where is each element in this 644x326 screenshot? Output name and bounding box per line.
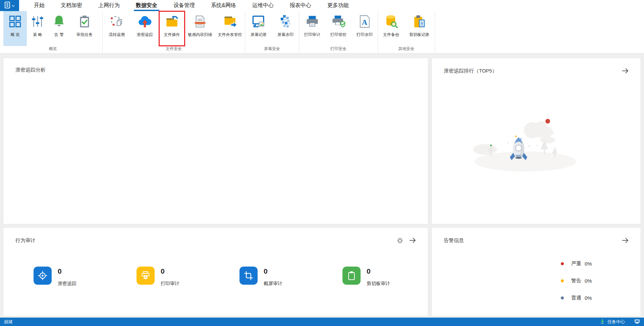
tab-report-center[interactable]: 报表中心 [282,0,319,11]
tab-more-features[interactable]: 更多功能 [319,0,357,11]
panel-behavior-audit: 行为审计 0 泄密追踪 [3,227,428,316]
screen-record-icon [251,14,266,29]
ribbon-group-label: 屏幕安全 [245,46,299,53]
alert-legend: 严重 0% 警告 0% 普通 0% [561,255,592,307]
task-center-button[interactable]: 任务中心 [600,319,640,325]
ribbon-button-file-backup[interactable]: 文件备份 [378,11,404,46]
panel-alert-info: 告警信息 严重 0% 警告 0% 普通 0% [431,227,641,316]
ribbon-button-label: 策 略 [33,32,42,38]
svg-text:A: A [362,18,368,27]
ribbon-button-screen-record[interactable]: 屏幕记录 [245,11,272,46]
ribbon-button-print-control[interactable]: 打印管控 [325,11,352,46]
tab-device-management[interactable]: 设备管理 [165,0,203,11]
print-watermark-icon: A [357,14,372,29]
ribbon-button-leak-tracking[interactable]: 泄密追踪 [131,11,159,46]
ribbon-button-label: 打印审计 [304,32,320,38]
status-bar: 就绪 任务中心 [0,318,644,326]
tab-data-security[interactable]: 数据安全 [128,0,165,11]
ribbon-button-sensitive-content-scan[interactable]: 敏感内容扫描 [185,11,215,46]
ribbon-button-file-operations[interactable]: 文件操作 [159,11,185,46]
arrow-right-icon[interactable] [621,236,629,244]
download-arrow-icon [600,319,605,325]
main-content: 泄密追踪分析 泄密追踪排行（TOP5） [0,54,644,318]
crop-icon [239,267,258,285]
file-outgoing-control-icon [223,14,237,29]
panel-title: 告警信息 [444,237,464,244]
legend-label: 严重 [571,261,581,267]
stat-label: 剪切板审计 [367,281,390,287]
status-text: 就绪 [4,319,600,325]
leak-tracking-icon [138,14,152,29]
warning-dot-icon [561,279,564,282]
overview-grid-icon [8,14,22,29]
stat-clipboard-audit: 0 剪切板审计 [342,267,445,287]
ribbon-button-label: 打印水印 [357,32,373,38]
ribbon-button-label: 敏感内容扫描 [188,32,212,38]
ribbon-button-circulation-trace[interactable]: 流转追溯 [103,11,131,46]
tab-web-behavior[interactable]: 上网行为 [90,0,128,11]
legend-item-severe: 严重 0% [561,255,592,272]
ribbon-button-screen-watermark[interactable]: 屏幕水印 [272,11,299,46]
ribbon-button-clipboard-record[interactable]: 剪切板记录 [404,11,434,46]
ribbon-button-overview[interactable]: 概 览 [3,11,27,46]
approval-tasks-icon [77,14,92,29]
stat-screenshot-audit: 0 截屏审计 [239,267,342,287]
stat-value: 0 [58,267,76,275]
behavior-audit-stats: 0 泄密追踪 0 打印审计 0 截屏审计 [34,267,445,287]
ribbon-button-label: 文件操作 [164,32,180,38]
ribbon-button-print-watermark[interactable]: A 打印水印 [352,11,378,46]
circulation-trace-icon [109,14,124,29]
legend-value: 0% [585,278,592,284]
legend-item-normal: 普通 0% [561,289,592,307]
tab-system-network[interactable]: 系统&网络 [203,0,244,11]
empty-state-rocket-illustration [470,112,581,173]
tab-doc-encryption[interactable]: 文档加密 [53,0,90,11]
stat-value: 0 [264,267,282,275]
ribbon-button-label: 剪切板记录 [409,32,429,38]
ribbon-tabs: 开始 文档加密 上网行为 数据安全 设备管理 系统&网络 运维中心 报表中心 更… [26,0,357,11]
stat-print-audit: 0 打印审计 [137,267,239,287]
ribbon-group-other-security: 文件备份 剪切板记录 其他安全 [378,11,435,53]
ribbon-button-print-audit[interactable]: 打印审计 [299,11,325,46]
stat-label: 截屏审计 [264,281,282,287]
clipboard-icon [342,267,361,285]
stat-value: 0 [161,267,179,275]
app-menu-button[interactable] [0,0,19,11]
rocket [510,137,527,160]
tab-ops-center[interactable]: 运维中心 [244,0,282,11]
ribbon-button-label: 屏幕水印 [277,32,293,38]
ribbon-button-label: 概 览 [10,32,19,38]
ribbon-group-file-security: 流转追溯 泄密追踪 文件操作 敏感内容扫描 [103,11,245,53]
gear-icon[interactable] [396,236,404,244]
stat-label: 泄密追踪 [58,281,76,287]
stat-value: 0 [367,267,390,275]
ribbon-button-label: 文件外发管控 [218,32,242,38]
ribbon-group-label: 概览 [3,46,102,53]
ribbon-group-print-security: 打印审计 打印管控 A 打印水印 打印安全 [299,11,378,53]
ribbon-group-overview: 概 览 策 略 告 警 审批任务 概览 [3,11,103,53]
severe-dot-icon [561,262,564,265]
clipboard-record-icon [412,14,427,29]
target-icon [34,267,52,285]
ribbon-button-approval-tasks[interactable]: 审批任务 [70,11,99,46]
ribbon-button-file-outgoing-control[interactable]: 文件外发管控 [215,11,245,46]
ribbon-group-screen-security: 屏幕记录 屏幕水印 屏幕安全 [245,11,299,53]
policy-sliders-icon [30,14,45,29]
arrow-right-icon[interactable] [409,236,417,244]
print-audit-icon [305,14,320,29]
tab-start[interactable]: 开始 [26,0,53,11]
top-tab-bar: 开始 文档加密 上网行为 数据安全 设备管理 系统&网络 运维中心 报表中心 更… [0,0,644,11]
ribbon-button-label: 告 警 [54,32,63,38]
ribbon-button-alerts[interactable]: 告 警 [48,11,70,46]
ribbon-button-label: 流转追溯 [109,32,125,38]
ribbon: 概 览 策 略 告 警 审批任务 概览 [0,11,644,54]
print-control-icon [331,14,346,29]
ribbon-button-policy[interactable]: 策 略 [27,11,48,46]
arrow-right-icon[interactable] [621,67,629,75]
chevron-down-icon [12,3,15,9]
panel-title: 泄密追踪分析 [15,67,46,73]
monitor-icon[interactable] [634,319,640,325]
panel-title: 泄密追踪排行（TOP5） [444,68,497,74]
stat-label: 打印审计 [161,281,179,287]
panel-leak-trace-analysis: 泄密追踪分析 [3,58,428,224]
